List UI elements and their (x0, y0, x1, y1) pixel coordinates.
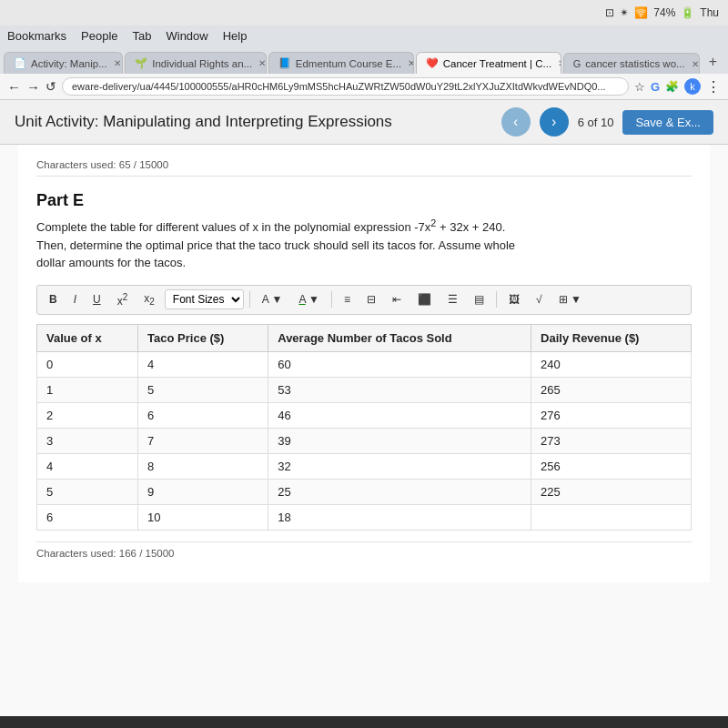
battery-percentage: 74% (653, 6, 675, 19)
menu-help[interactable]: Help (223, 29, 248, 43)
tab-3[interactable]: 📘 Edmentum Course E... ✕ (268, 52, 414, 74)
display-icon: ⊡ (605, 6, 614, 19)
next-button[interactable]: › (540, 107, 569, 136)
cell-revenue-6 (531, 504, 692, 530)
col-header-x: Value of x (37, 324, 138, 351)
cell-price-5: 9 (138, 479, 268, 504)
profile-icon[interactable]: k (684, 78, 701, 95)
bookmark-star-icon[interactable]: ☆ (634, 80, 645, 94)
page-count: 6 of 10 (578, 116, 614, 129)
content-area: Characters used: 65 / 15000 Part E Compl… (0, 145, 728, 716)
unordered-list-button[interactable]: ≡ (338, 290, 357, 308)
data-table: Value of x Taco Price ($) Average Number… (36, 324, 692, 531)
cell-x-3: 3 (37, 428, 138, 453)
toolbar-divider-3 (496, 291, 497, 308)
menu-tab[interactable]: Tab (133, 29, 152, 43)
tab-2-label: Individual Rights an... (152, 58, 252, 69)
tab-5-close[interactable]: ✕ (692, 59, 699, 69)
cell-avg_tacos-4: 32 (268, 453, 531, 479)
prev-button[interactable]: ‹ (501, 107, 531, 136)
tab-3-favicon: 📘 (278, 57, 291, 69)
cell-price-0: 4 (138, 351, 268, 377)
tab-4-favicon: ❤️ (426, 57, 439, 69)
address-bar: ← → ↺ eware-delivery/ua/4445/100000555/a… (0, 74, 728, 100)
cell-avg_tacos-0: 60 (268, 351, 531, 377)
tab-1-close[interactable]: ✕ (114, 58, 121, 68)
tab-1[interactable]: 📄 Activity: Manip... ✕ (4, 52, 123, 74)
table-row: 0460240 (37, 351, 692, 377)
tab-2-favicon: 🌱 (135, 57, 147, 69)
cell-revenue-5: 225 (531, 479, 692, 504)
address-icons: ☆ G 🧩 k ⋮ (634, 78, 721, 96)
cell-price-3: 7 (138, 428, 268, 453)
content-inner: Characters used: 65 / 15000 Part E Compl… (18, 145, 710, 582)
url-bar[interactable]: eware-delivery/ua/4445/100000555/aHR0cHM… (62, 77, 629, 96)
back-button[interactable]: ← (7, 79, 21, 95)
highlight-button[interactable]: A ▼ (292, 290, 326, 308)
tab-5-label: cancer statistics wo... (585, 58, 684, 69)
formula-button[interactable]: √ (530, 290, 549, 308)
extensions-icon[interactable]: 🧩 (665, 80, 679, 93)
tab-2[interactable]: 🌱 Individual Rights an... ✕ (125, 52, 267, 74)
cell-price-6: 10 (138, 504, 268, 530)
menu-bookmarks[interactable]: Bookmarks (7, 29, 66, 43)
tab-4[interactable]: ❤️ Cancer Treatment | C... ✕ (416, 52, 561, 74)
forward-button[interactable]: → (26, 79, 40, 95)
col-header-revenue: Daily Revenue ($) (531, 324, 692, 351)
os-bar: ⊡ ✴ 🛜 74% 🔋 Thu (0, 0, 728, 25)
menu-people[interactable]: People (81, 29, 117, 43)
chars-used-bottom: Characters used: 166 / 15000 (36, 541, 692, 564)
battery-icon: 🔋 (681, 6, 694, 19)
cell-x-1: 1 (37, 377, 138, 402)
cell-x-0: 0 (37, 351, 138, 377)
table-row: 5925225 (37, 479, 692, 504)
cell-x-2: 2 (37, 402, 138, 428)
cell-avg_tacos-2: 46 (268, 402, 531, 428)
cell-revenue-0: 240 (531, 351, 692, 377)
time-label: Thu (700, 6, 719, 19)
google-icon[interactable]: G (651, 80, 660, 94)
ordered-list-button[interactable]: ⊟ (360, 290, 382, 308)
chars-used-top: Characters used: 65 / 15000 (36, 154, 692, 177)
cell-price-1: 5 (138, 377, 268, 402)
save-button[interactable]: Save & Ex... (622, 110, 713, 135)
tab-3-close[interactable]: ✕ (408, 58, 414, 68)
tab-4-close[interactable]: ✕ (558, 58, 561, 68)
table-row: 3739273 (37, 428, 692, 453)
reload-button[interactable]: ↺ (46, 79, 56, 94)
instructions: Complete the table for different values … (36, 216, 692, 272)
cell-price-4: 8 (138, 453, 268, 479)
page-header: Unit Activity: Manipulating and Interpre… (0, 100, 728, 145)
table-button[interactable]: ⊞ ▼ (552, 290, 588, 308)
cell-x-6: 6 (37, 504, 138, 530)
font-size-select[interactable]: Font Sizes 8 10 12 14 16 (165, 289, 244, 309)
italic-button[interactable]: I (67, 290, 83, 308)
tab-1-label: Activity: Manip... (31, 58, 107, 69)
underline-button[interactable]: U (86, 290, 107, 308)
table-row: 2646276 (37, 402, 692, 428)
tab-5[interactable]: G cancer statistics wo... ✕ (563, 53, 700, 74)
tab-2-close[interactable]: ✕ (258, 58, 266, 68)
menu-window[interactable]: Window (166, 29, 207, 43)
subscript-button[interactable]: x2 (137, 289, 161, 309)
table-row: 1553265 (37, 377, 692, 402)
tabs-bar: 📄 Activity: Manip... ✕ 🌱 Individual Righ… (0, 46, 728, 74)
align-left-button[interactable]: ⬛ (411, 290, 438, 308)
bold-button[interactable]: B (43, 290, 64, 308)
tab-4-label: Cancer Treatment | C... (443, 58, 551, 69)
align-center-button[interactable]: ☰ (441, 290, 464, 308)
bluetooth-icon: ✴ (620, 6, 629, 19)
new-tab-button[interactable]: + (702, 50, 724, 74)
col-header-price: Taco Price ($) (138, 324, 268, 351)
toolbar-divider-2 (331, 291, 332, 308)
menu-dots-icon[interactable]: ⋮ (706, 78, 721, 96)
cell-revenue-3: 273 (531, 428, 692, 453)
indent-decrease-button[interactable]: ⇤ (386, 290, 408, 308)
image-button[interactable]: 🖼 (502, 290, 526, 308)
cell-revenue-1: 265 (531, 377, 692, 402)
superscript-button[interactable]: x2 (111, 289, 135, 310)
align-right-button[interactable]: ▤ (468, 290, 490, 308)
table-row: 61018 (37, 504, 692, 530)
font-color-button[interactable]: A ▼ (256, 290, 289, 308)
editor-toolbar: B I U x2 x2 Font Sizes 8 10 12 14 16 A ▼… (36, 285, 692, 315)
